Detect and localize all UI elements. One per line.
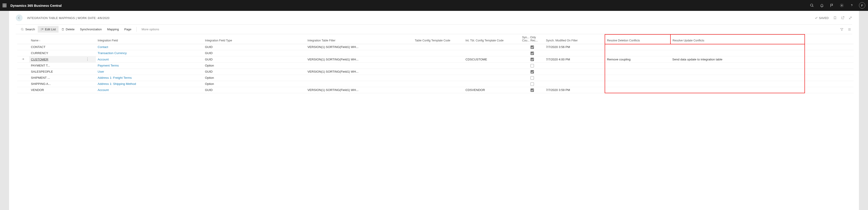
table-row[interactable]: CUSTOMER ⋮ Account GUID VERSION(1) SORTI… bbox=[17, 56, 854, 62]
cell-synch-modified[interactable]: 7/7/2020 3:56 PM bbox=[544, 44, 605, 50]
cell-integration-field[interactable]: Payment Terms bbox=[96, 62, 203, 68]
cell-integration-field[interactable]: Account bbox=[96, 87, 203, 93]
cell-synch-modified[interactable]: 7/7/2020 3:59 PM bbox=[544, 87, 605, 93]
col-int-tbl-config-template[interactable]: Int. Tbl. Config Template Code bbox=[464, 34, 520, 44]
filter-icon[interactable] bbox=[840, 28, 844, 31]
col-integration-field-type[interactable]: Integration Field Type bbox=[203, 34, 306, 44]
cell-table-config-template[interactable] bbox=[413, 44, 464, 50]
cell-resolve-update[interactable] bbox=[671, 87, 804, 93]
cell-resolve-update[interactable] bbox=[671, 68, 804, 75]
flag-icon[interactable] bbox=[827, 0, 836, 11]
notifications-icon[interactable] bbox=[817, 0, 827, 11]
cell-name[interactable]: CONTACT bbox=[29, 44, 84, 50]
cell-integration-table-filter[interactable]: VERSION(1) SORTING(Field1) WH... bbox=[306, 87, 413, 93]
cell-resolve-deletion[interactable] bbox=[605, 50, 671, 56]
cell-name[interactable]: PAYMENT T... bbox=[29, 62, 84, 68]
cell-resolve-deletion[interactable] bbox=[605, 44, 671, 50]
cell-int-tbl-config-template[interactable] bbox=[464, 81, 520, 87]
bookmark-icon[interactable] bbox=[833, 16, 837, 20]
cell-int-tbl-config-template[interactable] bbox=[464, 50, 520, 56]
delete-action[interactable]: Delete bbox=[59, 26, 77, 33]
back-button[interactable] bbox=[16, 14, 23, 21]
edit-list-action[interactable]: Edit List bbox=[38, 26, 59, 33]
app-launcher-icon[interactable] bbox=[3, 4, 6, 7]
table-row[interactable]: CURRENCY Transaction Currency GUID bbox=[17, 50, 854, 56]
cell-syn-only-cou-rec[interactable] bbox=[520, 81, 544, 87]
search-action[interactable]: Search bbox=[18, 26, 38, 33]
cell-resolve-update[interactable] bbox=[671, 50, 804, 56]
row-menu[interactable] bbox=[84, 75, 96, 81]
gear-icon[interactable] bbox=[837, 0, 846, 11]
col-integration-field[interactable]: Integration Field bbox=[96, 34, 203, 44]
cell-name[interactable]: SALESPEOPLE bbox=[29, 68, 84, 75]
table-row[interactable]: PAYMENT T... Payment Terms Option bbox=[17, 62, 854, 68]
checkbox[interactable] bbox=[530, 64, 534, 67]
cell-integration-field[interactable]: Transaction Currency bbox=[96, 50, 203, 56]
cell-synch-modified[interactable]: 7/7/2020 4:00 PM bbox=[544, 56, 605, 62]
cell-resolve-deletion[interactable] bbox=[605, 81, 671, 87]
row-menu[interactable] bbox=[84, 87, 96, 93]
checkbox[interactable] bbox=[530, 46, 534, 49]
cell-int-tbl-config-template[interactable] bbox=[464, 44, 520, 50]
cell-syn-only-cou-rec[interactable] bbox=[520, 44, 544, 50]
checkbox[interactable] bbox=[530, 52, 534, 55]
page-action[interactable]: Page bbox=[122, 26, 134, 33]
collapse-icon[interactable] bbox=[848, 16, 852, 20]
table-row[interactable]: SALESPEOPLE User GUID VERSION(1) SORTING… bbox=[17, 68, 854, 75]
cell-int-tbl-config-template[interactable]: CDSCUSTOME bbox=[464, 56, 520, 62]
cell-integration-field-type[interactable]: Option bbox=[203, 81, 306, 87]
cell-synch-modified[interactable] bbox=[544, 75, 605, 81]
cell-integration-table-filter[interactable]: VERSION(1) SORTING(Field1) WH... bbox=[306, 44, 413, 50]
cell-resolve-update[interactable] bbox=[671, 62, 804, 68]
checkbox[interactable] bbox=[530, 76, 534, 80]
popout-icon[interactable] bbox=[841, 16, 844, 20]
cell-int-tbl-config-template[interactable]: CDSVENDOR bbox=[464, 87, 520, 93]
cell-table-config-template[interactable] bbox=[413, 62, 464, 68]
cell-syn-only-cou-rec[interactable] bbox=[520, 56, 544, 62]
cell-int-tbl-config-template[interactable] bbox=[464, 68, 520, 75]
cell-syn-only-cou-rec[interactable] bbox=[520, 62, 544, 68]
cell-table-config-template[interactable] bbox=[413, 50, 464, 56]
cell-name[interactable]: VENDOR bbox=[29, 87, 84, 93]
cell-integration-table-filter[interactable]: VERSION(1) SORTING(Field1) WH... bbox=[306, 68, 413, 75]
checkbox[interactable] bbox=[530, 82, 534, 86]
col-table-config-template[interactable]: Table Config Template Code bbox=[413, 34, 464, 44]
cell-integration-field[interactable]: Account bbox=[96, 56, 203, 62]
cell-syn-only-cou-rec[interactable] bbox=[520, 50, 544, 56]
cell-integration-field-type[interactable]: Option bbox=[203, 62, 306, 68]
cell-integration-field-type[interactable]: GUID bbox=[203, 87, 306, 93]
table-row[interactable]: SHIPPING A... Address 1: Shipping Method… bbox=[17, 81, 854, 87]
row-menu[interactable] bbox=[84, 62, 96, 68]
checkbox[interactable] bbox=[530, 70, 534, 73]
list-icon[interactable] bbox=[848, 28, 851, 31]
more-options[interactable]: More options bbox=[139, 26, 162, 33]
cell-table-config-template[interactable] bbox=[413, 81, 464, 87]
cell-integration-field[interactable]: Contact bbox=[96, 44, 203, 50]
cell-syn-only-cou-rec[interactable] bbox=[520, 87, 544, 93]
checkbox[interactable] bbox=[530, 88, 534, 92]
cell-integration-table-filter[interactable] bbox=[306, 62, 413, 68]
cell-int-tbl-config-template[interactable] bbox=[464, 62, 520, 68]
cell-name[interactable]: SHIPPING A... bbox=[29, 81, 84, 87]
cell-table-config-template[interactable] bbox=[413, 87, 464, 93]
cell-name[interactable]: CUSTOMER bbox=[29, 56, 84, 62]
table-row[interactable]: SHIPMENT ... Address 1: Freight Terms Op… bbox=[17, 75, 854, 81]
cell-integration-field-type[interactable]: GUID bbox=[203, 44, 306, 50]
cell-syn-only-cou-rec[interactable] bbox=[520, 75, 544, 81]
cell-name[interactable]: CURRENCY bbox=[29, 50, 84, 56]
cell-synch-modified[interactable] bbox=[544, 62, 605, 68]
cell-table-config-template[interactable] bbox=[413, 68, 464, 75]
cell-synch-modified[interactable] bbox=[544, 81, 605, 87]
cell-integration-field-type[interactable]: Option bbox=[203, 75, 306, 81]
cell-integration-table-filter[interactable]: VERSION(1) SORTING(Field1) WH... bbox=[306, 56, 413, 62]
cell-table-config-template[interactable] bbox=[413, 56, 464, 62]
mapping-action[interactable]: Mapping bbox=[104, 26, 122, 33]
cell-synch-modified[interactable] bbox=[544, 50, 605, 56]
cell-int-tbl-config-template[interactable] bbox=[464, 75, 520, 81]
cell-resolve-deletion[interactable] bbox=[605, 68, 671, 75]
cell-resolve-update[interactable] bbox=[671, 81, 804, 87]
row-menu[interactable] bbox=[84, 44, 96, 50]
synchronization-action[interactable]: Synchronization bbox=[77, 26, 104, 33]
cell-integration-table-filter[interactable] bbox=[306, 50, 413, 56]
cell-integration-field[interactable]: User bbox=[96, 68, 203, 75]
